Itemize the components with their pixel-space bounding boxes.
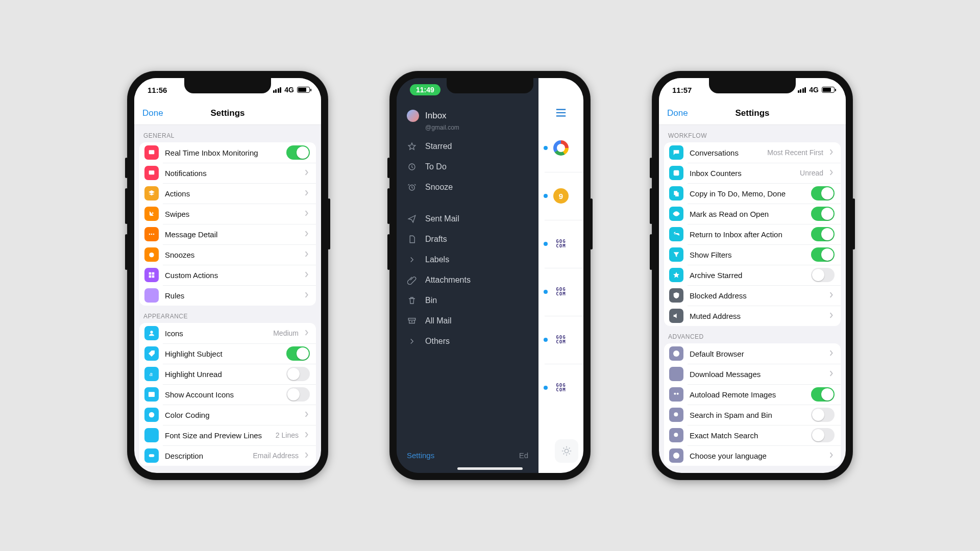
row-description[interactable]: Description Email Address (139, 445, 316, 466)
palette-icon (144, 408, 159, 422)
row-label: Swipes (165, 210, 299, 218)
svg-point-14 (149, 412, 155, 418)
archive-icon (407, 316, 417, 326)
row-default-browser[interactable]: Default Browser (664, 343, 841, 364)
row-blocked[interactable]: Blocked Address (664, 285, 841, 306)
toggle-spam[interactable] (811, 408, 835, 422)
chevron-right-icon (829, 452, 835, 460)
star-icon (407, 141, 417, 152)
sidebar: 11:49 4G Inbox @gmail.com Starred (397, 78, 538, 473)
clock-icon (144, 247, 159, 262)
settings-header: Done Settings (659, 102, 846, 125)
row-label: Rules (165, 291, 299, 300)
trash-icon (407, 295, 417, 306)
sidebar-item-labels[interactable]: Labels (397, 249, 538, 270)
sidebar-item-todo[interactable]: To Do (397, 157, 538, 177)
row-message-detail[interactable]: Message Detail (139, 224, 316, 244)
letter-icon: a (144, 367, 159, 381)
row-archive-starred[interactable]: Archive Starred (664, 265, 841, 285)
image-icon (144, 387, 159, 402)
monitor-icon (144, 145, 159, 160)
list-item[interactable]: GOGCOM (538, 316, 583, 364)
toggle-hlunread[interactable] (286, 367, 310, 381)
row-icons[interactable]: Icons Medium (139, 323, 316, 343)
row-custom-actions[interactable]: Custom Actions (139, 265, 316, 285)
done-button[interactable]: Done (142, 108, 163, 118)
sidebar-item-allmail[interactable]: All Mail (397, 311, 538, 331)
toggle-accticons[interactable] (286, 387, 310, 402)
detail-icon (144, 227, 159, 241)
row-download[interactable]: Download Messages (664, 364, 841, 384)
row-font-preview[interactable]: Font Size and Preview Lines 2 Lines (139, 425, 316, 445)
row-language[interactable]: Choose your language (664, 445, 841, 466)
toggle-return[interactable] (811, 227, 835, 241)
svg-point-13 (150, 393, 152, 395)
row-show-account-icons[interactable]: Show Account Icons (139, 384, 316, 405)
toggle-realtime[interactable] (286, 145, 310, 160)
gog-logo-icon: GOGCOM (556, 335, 566, 344)
signal-icon (798, 87, 806, 93)
row-snoozes[interactable]: Snoozes (139, 244, 316, 265)
row-notifications[interactable]: Notifications (139, 163, 316, 183)
sidebar-account[interactable]: Inbox (397, 102, 538, 125)
toggle-hlsubj[interactable] (286, 346, 310, 361)
row-label: Return to Inbox after Action (690, 230, 805, 239)
done-button[interactable]: Done (667, 108, 688, 118)
toggle-mark[interactable] (811, 207, 835, 221)
row-mark-read[interactable]: Mark as Read on Open (664, 204, 841, 224)
sidebar-settings-button[interactable]: Settings (407, 451, 434, 460)
row-highlight-subject[interactable]: Highlight Subject (139, 343, 316, 364)
list-item[interactable]: GOGCOM (538, 220, 583, 268)
row-show-filters[interactable]: Show Filters (664, 244, 841, 265)
row-rules[interactable]: Rules (139, 285, 316, 306)
inbox-peek[interactable]: 9 GOGCOM GOGCOM GOGCOM GOGCOM (538, 78, 583, 473)
advanced-card: Default Browser Download Messages Autolo… (664, 343, 841, 466)
gog-logo-icon: GOGCOM (556, 383, 566, 392)
sidebar-item-drafts[interactable]: Drafts (397, 229, 538, 249)
sidebar-item-starred[interactable]: Starred (397, 136, 538, 157)
row-realtime[interactable]: Real Time Inbox Monitoring (139, 142, 316, 163)
chevron-right-icon (829, 291, 835, 299)
sidebar-item-attachments[interactable]: Attachments (397, 270, 538, 290)
row-actions[interactable]: Actions (139, 183, 316, 204)
row-label: Muted Address (690, 312, 823, 320)
row-copy-todo[interactable]: Copy in To Do, Memo, Done (664, 183, 841, 204)
list-item[interactable]: GOGCOM (538, 268, 583, 316)
theme-button[interactable] (555, 439, 578, 463)
row-conversations[interactable]: Conversations Most Recent First (664, 142, 841, 163)
list-item[interactable]: 9 (538, 172, 583, 220)
chat-icon (669, 145, 683, 160)
row-exact-match[interactable]: Exact Match Search (664, 425, 841, 445)
menu-button[interactable] (538, 102, 583, 124)
svg-text:a: a (150, 371, 153, 377)
battery-icon (297, 87, 310, 93)
sidebar-item-label: All Mail (425, 316, 452, 325)
toggle-autoload[interactable] (811, 387, 835, 402)
gog-logo-icon: GOGCOM (556, 239, 566, 248)
row-color-coding[interactable]: Color Coding (139, 405, 316, 425)
sidebar-item-bin[interactable]: Bin (397, 290, 538, 311)
row-return-inbox[interactable]: Return to Inbox after Action (664, 224, 841, 244)
row-muted[interactable]: Muted Address (664, 306, 841, 326)
row-swipes[interactable]: Swipes (139, 204, 316, 224)
row-inbox-counters[interactable]: Inbox Counters Unread (664, 163, 841, 183)
sidebar-item-snooze[interactable]: Snooze (397, 177, 538, 197)
row-label: Description (165, 452, 247, 460)
row-search-spam[interactable]: Search in Spam and Bin (664, 405, 841, 425)
row-label: Font Size and Preview Lines (165, 431, 270, 440)
svg-point-26 (677, 393, 679, 395)
sidebar-item-others[interactable]: Others (397, 331, 538, 352)
row-highlight-unread[interactable]: a Highlight Unread (139, 364, 316, 384)
sidebar-item-label: Sent Mail (425, 214, 459, 223)
toggle-copy[interactable] (811, 186, 835, 201)
notch (184, 78, 271, 93)
toggle-exact[interactable] (811, 428, 835, 442)
list-item[interactable] (538, 124, 583, 172)
row-autoload-images[interactable]: Autoload Remote Images (664, 384, 841, 405)
sidebar-edit-button[interactable]: Ed (519, 451, 528, 460)
sidebar-item-sent[interactable]: Sent Mail (397, 209, 538, 229)
list-item[interactable]: GOGCOM (538, 364, 583, 412)
chevron-right-icon (305, 169, 310, 177)
toggle-archstar[interactable] (811, 268, 835, 282)
toggle-filters[interactable] (811, 247, 835, 262)
